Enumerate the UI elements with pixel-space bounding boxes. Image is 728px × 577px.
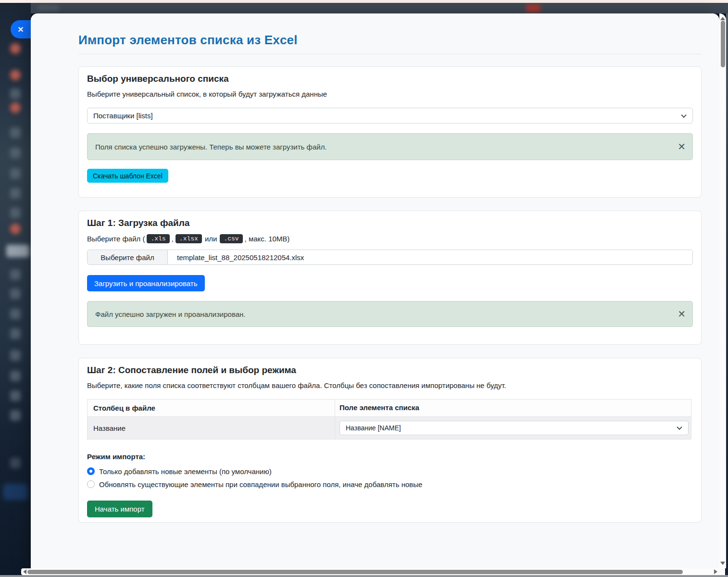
vertical-scrollbar-thumb[interactable]	[721, 21, 725, 67]
file-hint-sep2: или	[205, 235, 217, 243]
sidebar-icon	[10, 288, 21, 299]
import-mode-label: Режим импорта:	[87, 452, 693, 461]
sidebar-backdrop	[0, 3, 31, 575]
alert-close-icon[interactable]: ✕	[678, 142, 686, 151]
sidebar-icon	[10, 168, 21, 179]
sidebar-glow	[3, 484, 28, 500]
sidebar-icon	[10, 328, 21, 339]
step2-description: Выберите, какие поля списка соответствую…	[87, 381, 693, 389]
page-title: Импорт элементов списка из Excel	[78, 33, 702, 48]
step2-card: Шаг 2: Сопоставление полей и выбор режим…	[78, 358, 702, 523]
mode-add-new-row: Только добавлять новые элементы (по умол…	[87, 466, 693, 477]
scroll-up-arrow-icon[interactable]	[720, 17, 725, 20]
recording-indicator-icon	[526, 4, 541, 12]
import-modal: Импорт элементов списка из Excel Выбор у…	[31, 13, 719, 568]
sidebar-icon-red	[10, 43, 21, 54]
ext-badge-xls: .xls	[147, 234, 169, 243]
sidebar-icon	[10, 458, 21, 468]
step1-card: Шаг 1: Загрузка файла Выберите файл (.xl…	[78, 211, 702, 345]
file-select-button[interactable]: Выберите файл	[88, 250, 168, 264]
file-input[interactable]: Выберите файл template_list_88_202505182…	[87, 250, 693, 265]
list-selection-description: Выберите универсальный список, в который…	[87, 90, 693, 98]
selected-file-name: template_list_88_20250518212054.xlsx	[168, 250, 304, 264]
file-hint-prefix: Выберите файл (	[87, 235, 145, 243]
scroll-down-arrow-icon[interactable]	[720, 562, 725, 565]
mapping-table: Столбец в файле Поле элемента списка Наз…	[87, 399, 691, 439]
modal-close-button[interactable]: ✕	[11, 20, 31, 38]
sidebar-icon	[10, 269, 21, 280]
file-uploaded-alert: Файл успешно загружен и проанализирован.…	[87, 301, 693, 327]
sidebar-icon-red	[10, 224, 21, 234]
radio-update-existing-label[interactable]: Обновлять существующие элементы при совп…	[99, 480, 422, 489]
field-mapping-select[interactable]: Название [NAME]	[339, 421, 689, 435]
fields-loaded-alert-text: Поля списка успешно загружены. Теперь вы…	[95, 143, 327, 151]
upload-analyze-button[interactable]: Загрузить и проанализировать	[87, 275, 205, 291]
list-selection-heading: Выбор универсального списка	[87, 74, 693, 84]
universal-list-select[interactable]: Поставщики [lists]	[87, 108, 693, 124]
fields-loaded-alert: Поля списка успешно загружены. Теперь вы…	[87, 133, 693, 160]
sidebar-icon	[10, 88, 21, 99]
sidebar-icon	[10, 188, 21, 199]
file-hint: Выберите файл (.xls,.xlsxили.csv, макс. …	[87, 234, 693, 243]
sidebar-blurred-icons	[0, 3, 31, 575]
step2-heading: Шаг 2: Сопоставление полей и выбор режим…	[87, 365, 693, 376]
column-header-field: Поле элемента списка	[335, 400, 691, 416]
scroll-left-arrow-icon[interactable]	[23, 569, 26, 574]
radio-add-new-label[interactable]: Только добавлять новые элементы (по умол…	[99, 467, 272, 476]
sidebar-icon-red	[10, 102, 21, 113]
chevron-down-icon	[681, 112, 686, 117]
ext-badge-csv: .csv	[220, 234, 242, 243]
field-mapping-select-value: Название [NAME]	[346, 424, 401, 432]
vertical-scrollbar[interactable]	[719, 13, 726, 568]
list-selection-card: Выбор универсального списка Выберите уни…	[78, 66, 702, 198]
sidebar-icon	[10, 208, 21, 218]
sidebar-icon	[10, 410, 21, 421]
sidebar-icon-red	[10, 70, 21, 80]
file-uploaded-alert-text: Файл успешно загружен и проанализирован.	[95, 310, 246, 318]
table-row: Название Название [NAME]	[88, 416, 691, 439]
page-right-edge	[726, 13, 728, 575]
scroll-right-arrow-icon[interactable]	[714, 569, 717, 574]
file-hint-suffix: , макс. 10MB)	[245, 235, 290, 243]
file-hint-sep1: ,	[172, 235, 174, 243]
sidebar-icon	[10, 127, 21, 138]
mapping-table-header: Столбец в файле Поле элемента списка	[88, 400, 691, 416]
step1-heading: Шаг 1: Загрузка файла	[87, 218, 693, 228]
alert-close-icon[interactable]: ✕	[678, 309, 686, 319]
mode-update-existing-row: Обновлять существующие элементы при совп…	[87, 479, 693, 489]
navbar-blurred-item	[38, 5, 60, 11]
horizontal-scrollbar[interactable]	[21, 568, 725, 575]
close-icon: ✕	[17, 25, 24, 34]
sidebar-icon-active	[6, 245, 29, 257]
radio-update-existing[interactable]	[87, 480, 95, 488]
sidebar-icon	[10, 371, 21, 381]
start-import-button[interactable]: Начать импорт	[87, 501, 152, 517]
ext-badge-xlsx: .xlsx	[176, 234, 202, 243]
universal-list-select-value: Поставщики [lists]	[93, 112, 153, 120]
download-template-button[interactable]: Скачать шаблон Excel	[87, 169, 168, 183]
top-navbar	[0, 3, 728, 13]
radio-add-new[interactable]	[87, 467, 95, 475]
file-column-name: Название	[88, 417, 335, 439]
sidebar-icon	[10, 148, 21, 158]
horizontal-scrollbar-thumb[interactable]	[27, 570, 683, 574]
sidebar-icon	[10, 309, 21, 319]
title-divider	[78, 54, 702, 54]
chevron-down-icon	[677, 425, 682, 430]
sidebar-icon	[10, 350, 21, 361]
sidebar-icon	[10, 390, 21, 401]
window-bottom-edge	[0, 575, 728, 577]
column-header-file: Столбец в файле	[88, 400, 335, 416]
